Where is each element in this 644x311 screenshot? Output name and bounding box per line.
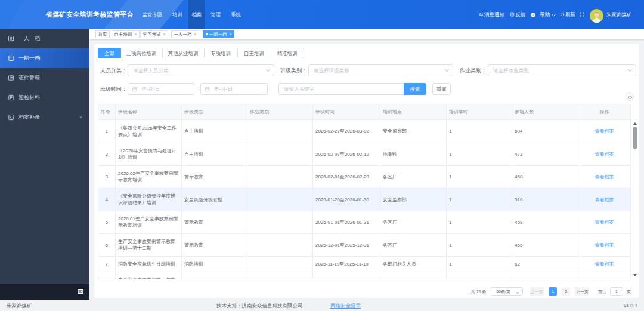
svg-text:?: ? — [532, 13, 534, 16]
